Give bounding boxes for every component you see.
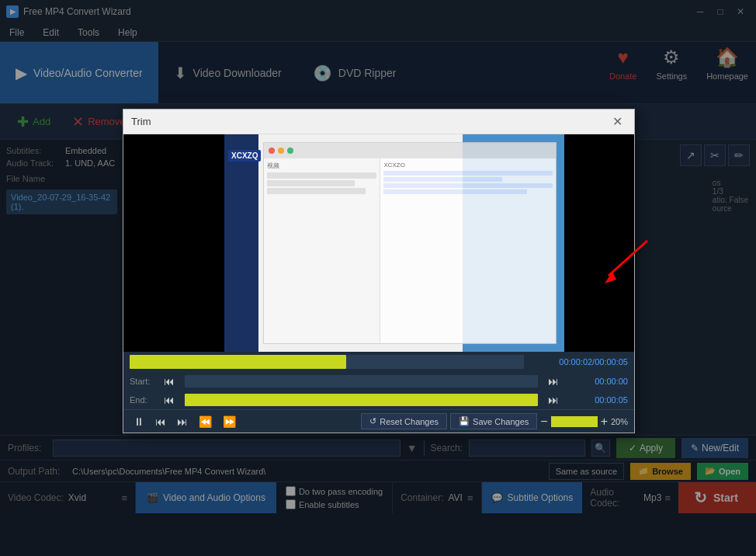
dialog-title: Trim (131, 116, 151, 127)
prev-frame-button[interactable]: ⏮ (151, 414, 170, 429)
dialog-titlebar: Trim ✕ (123, 109, 634, 134)
zoom-in-button[interactable]: + (601, 415, 608, 429)
end-timeline-bar[interactable] (185, 394, 538, 406)
start-row: Start: ⏮ ⏭ 00:00:00 (123, 372, 634, 391)
timeline-row: 00:00:02/00:00:05 (130, 355, 628, 369)
timeline-track[interactable] (130, 355, 524, 369)
reset-changes-button[interactable]: ↺ Reset Changes (361, 413, 447, 429)
timeline-fill (130, 355, 346, 369)
modal-overlay: Trim ✕ (0, 0, 756, 556)
end-end-button[interactable]: ⏭ (544, 392, 563, 408)
end-time-display: 00:00:05 (566, 395, 628, 405)
start-beginning-button[interactable]: ⏮ (160, 374, 179, 389)
dialog-video-content: 视频 XCXZO (123, 134, 634, 352)
zoom-out-button[interactable]: − (540, 415, 547, 429)
start-time-display: 00:00:00 (566, 377, 628, 386)
zoom-slider[interactable] (551, 416, 598, 427)
start-end-button[interactable]: ⏭ (544, 374, 563, 389)
fast-forward-button[interactable]: ⏩ (219, 414, 240, 429)
transport-controls: ⏸ ⏮ ⏭ ⏪ ⏩ ↺ Reset Changes 💾 Save Changes… (123, 409, 634, 433)
start-label: Start: (130, 377, 157, 386)
timeline-area: 00:00:02/00:00:05 (123, 352, 634, 372)
trim-dialog: Trim ✕ (123, 109, 635, 433)
video-right-black (564, 134, 634, 352)
save-changes-button[interactable]: 💾 Save Changes (450, 413, 537, 429)
timeline-time-display: 00:00:02/00:00:05 (527, 357, 628, 367)
save-icon: 💾 (459, 416, 470, 426)
zoom-level-display: 20% (611, 417, 628, 426)
start-timeline-bar[interactable] (185, 375, 538, 387)
reset-changes-label: Reset Changes (380, 417, 439, 426)
next-frame-button[interactable]: ⏭ (173, 414, 192, 429)
video-center: 视频 XCXZO (224, 134, 564, 352)
video-left-black (123, 134, 224, 352)
video-frame: 视频 XCXZO (123, 134, 634, 352)
video-inner: 视频 XCXZO (123, 134, 634, 352)
rewind-button[interactable]: ⏪ (195, 414, 216, 429)
end-beginning-button[interactable]: ⏮ (160, 392, 179, 408)
pause-button[interactable]: ⏸ (130, 414, 148, 429)
reset-icon: ↺ (369, 416, 376, 426)
end-row: End: ⏮ ⏭ 00:00:05 (123, 391, 634, 409)
save-changes-label: Save Changes (473, 417, 529, 426)
dialog-close-button[interactable]: ✕ (608, 113, 626, 131)
end-label: End: (130, 395, 157, 405)
